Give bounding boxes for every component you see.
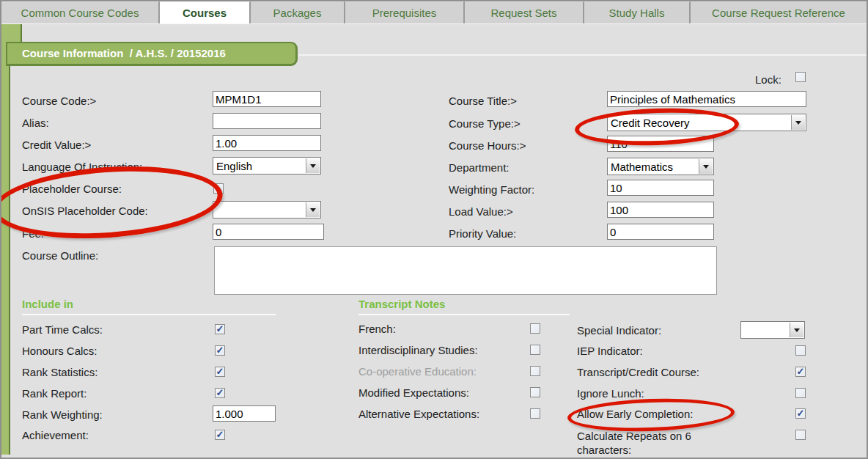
iep-indicator-label: IEP Indicator: (577, 345, 643, 357)
dropdown-button[interactable] (791, 115, 805, 130)
page-title: Course Information / A.H.S. / 20152016 (7, 43, 295, 59)
load-value-label: Load Value:> (449, 205, 513, 218)
rank-report-label: Rank Report: (22, 387, 87, 400)
alias-label: Alias: (22, 117, 49, 129)
alias-input[interactable] (213, 113, 321, 129)
special-indicator-select[interactable] (740, 321, 805, 339)
chevron-down-icon (703, 165, 709, 169)
tab-course-request-reference[interactable]: Course Request Reference (691, 1, 867, 23)
course-code-label: Course Code:> (22, 95, 96, 107)
alternative-expectations-checkbox[interactable] (530, 408, 540, 419)
rank-weighting-input[interactable] (213, 405, 276, 422)
load-value-input[interactable] (607, 202, 714, 218)
course-information-window: Common Course Codes Courses Packages Pre… (0, 0, 868, 459)
alternative-expectations-label: Alternative Expectations: (358, 408, 479, 420)
chevron-down-icon (794, 328, 800, 332)
course-code-input[interactable] (213, 91, 321, 107)
course-title-label: Course Title:> (449, 95, 517, 107)
part-time-calcs-checkbox[interactable]: ✓ (215, 324, 225, 334)
chevron-down-icon (310, 208, 316, 212)
rank-statistics-checkbox[interactable]: ✓ (215, 367, 225, 377)
page-title-banner: Course Information / A.H.S. / 20152016 (6, 42, 298, 66)
banner-divider-line (299, 54, 867, 56)
transcript-notes-underline (358, 314, 570, 315)
dropdown-button[interactable] (306, 158, 320, 173)
modified-expectations-checkbox[interactable] (530, 387, 540, 397)
lock-label: Lock: (755, 73, 781, 86)
french-checkbox[interactable] (530, 323, 540, 334)
ignore-lunch-label: Ignore Lunch: (577, 387, 644, 400)
tab-packages[interactable]: Packages (251, 1, 345, 23)
department-value: Mathematics (611, 161, 673, 173)
course-title-input[interactable] (607, 91, 806, 107)
priority-value-label: Priority Value: (449, 227, 516, 240)
course-type-label: Course Type:> (449, 117, 521, 130)
allow-early-completion-checkbox[interactable]: ✓ (795, 408, 806, 419)
cooperative-education-label: Co-operative Education: (358, 365, 477, 378)
priority-value-input[interactable] (607, 224, 714, 240)
calculate-repeats-checkbox[interactable] (795, 430, 806, 440)
credit-value-input[interactable] (213, 135, 321, 151)
department-label: Department: (449, 161, 510, 174)
tab-prerequisites[interactable]: Prerequisites (345, 1, 465, 23)
french-label: French: (358, 323, 396, 335)
iep-indicator-checkbox[interactable] (795, 345, 806, 356)
calculate-repeats-label: Calculate Repeats on 6 characters: (577, 429, 738, 457)
modified-expectations-label: Modified Expectations: (358, 386, 469, 399)
chevron-down-icon (310, 164, 316, 168)
onsis-placeholder-code-select[interactable] (213, 201, 321, 219)
achievement-label: Achievement: (22, 429, 89, 441)
dropdown-button[interactable] (699, 159, 713, 174)
include-in-underline (22, 314, 276, 315)
rank-weighting-label: Rank Weighting: (22, 408, 103, 421)
dropdown-button[interactable] (306, 202, 320, 217)
cooperative-education-checkbox[interactable] (530, 366, 540, 376)
chevron-down-icon (795, 121, 801, 125)
language-of-instruction-value: English (216, 160, 252, 172)
rank-report-checkbox[interactable]: ✓ (215, 388, 225, 398)
tab-request-sets[interactable]: Request Sets (465, 1, 584, 23)
tab-courses[interactable]: Courses (160, 1, 251, 23)
ignore-lunch-checkbox[interactable] (795, 388, 806, 398)
transcript-credit-course-checkbox[interactable]: ✓ (795, 367, 806, 377)
department-select[interactable]: Mathematics (607, 158, 714, 175)
honours-calcs-label: Honours Calcs: (22, 345, 98, 357)
include-in-section-title: Include in (22, 298, 73, 310)
part-time-calcs-label: Part Time Calcs: (22, 323, 103, 336)
dropdown-button[interactable] (790, 323, 803, 337)
transcript-credit-course-label: Transcript/Credit Course: (577, 366, 699, 378)
fee-input[interactable] (213, 224, 324, 240)
achievement-checkbox[interactable]: ✓ (215, 430, 225, 440)
rank-statistics-label: Rank Statistics: (22, 366, 98, 378)
red-circle-annotation-course-type (574, 106, 740, 148)
special-indicator-label: Special Indicator: (577, 324, 661, 337)
course-outline-textarea[interactable] (214, 246, 717, 295)
language-of-instruction-select[interactable]: English (213, 157, 321, 175)
left-green-rail (1, 24, 10, 455)
course-hours-label: Course Hours:> (449, 139, 526, 152)
transcript-notes-section-title: Transcript Notes (358, 298, 445, 310)
weighting-factor-input[interactable] (607, 180, 714, 196)
honours-calcs-checkbox[interactable]: ✓ (215, 345, 225, 356)
tab-study-halls[interactable]: Study Halls (584, 1, 691, 23)
lock-checkbox[interactable] (795, 72, 806, 82)
banner-stub (1, 24, 22, 43)
interdisciplinary-studies-label: Interdisciplinary Studies: (358, 344, 478, 356)
weighting-factor-label: Weighting Factor: (449, 183, 534, 196)
tab-common-course-codes[interactable]: Common Course Codes (1, 1, 160, 23)
interdisciplinary-studies-checkbox[interactable] (530, 345, 540, 355)
credit-value-label: Credit Value:> (22, 139, 91, 151)
course-outline-label: Course Outline: (22, 249, 98, 262)
tab-bar: Common Course Codes Courses Packages Pre… (1, 1, 867, 24)
